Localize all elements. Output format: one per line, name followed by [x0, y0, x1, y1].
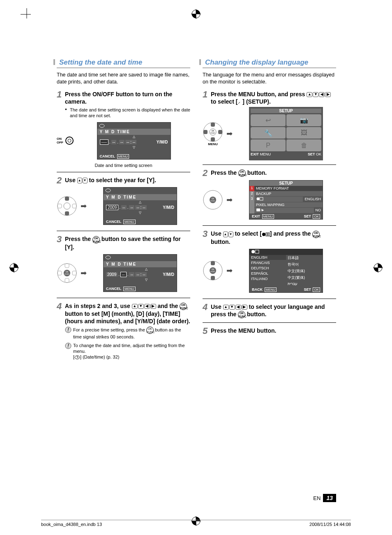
ok-func-button-icon: OKFUNC: [146, 327, 154, 334]
info-icon: !: [65, 327, 71, 333]
svg-rect-22: [72, 204, 76, 208]
language-icon: [256, 197, 263, 201]
step-number: 5: [203, 325, 208, 337]
step-4: 4 As in steps 2 and 3, use ▲▼◀▶ and the …: [57, 302, 190, 360]
up-down-buttons-icon: ▲▼: [223, 232, 233, 237]
step-text: Press the OKFUNC button to save the sett…: [65, 236, 181, 250]
svg-point-18: [64, 203, 70, 209]
svg-text:FUNC: FUNC: [210, 271, 215, 273]
power-button-icon: ONOFF: [57, 136, 74, 145]
svg-text:FUNC: FUNC: [65, 273, 69, 275]
step-number: 4: [57, 301, 62, 313]
svg-rect-19: [65, 197, 69, 201]
ok-func-button-icon: OKFUNC: [238, 311, 245, 318]
svg-point-14: [66, 137, 73, 144]
section-heading: Setting the date and time: [57, 58, 190, 68]
svg-rect-28: [65, 264, 69, 268]
step-number: 1: [203, 89, 208, 101]
clock-icon: [74, 355, 80, 359]
section-heading: Changing the display language: [203, 58, 336, 68]
lcd-screen-2: Y M D TIME △ 2009. --. -- -- : -- Y/M/D …: [103, 187, 177, 225]
step-note: The date and time setting screen is disp…: [57, 107, 190, 119]
step-number: 4: [203, 301, 208, 313]
dpad-icon: OKFUNC: [57, 263, 77, 283]
arrow-right-icon: ➡: [81, 201, 87, 211]
menu-label: MENU: [203, 142, 223, 146]
arrow-buttons-icon: ▲▼◀▶: [307, 92, 331, 97]
svg-text:!: !: [67, 327, 69, 333]
svg-rect-44: [211, 123, 215, 127]
page-number: EN 13: [313, 494, 336, 502]
intro-text: The language for the menu and error mess…: [203, 72, 336, 86]
info-icon: !: [65, 343, 71, 349]
setup-menu-screen: SETUP ↩ 📷 🔧 🖼 P 🗑 EXIT MENUSET OK: [249, 107, 323, 160]
arrow-right-icon: ➡: [226, 129, 233, 138]
crop-mark-left-icon: [8, 262, 20, 273]
step-text: Press the OKFUNC button.: [211, 169, 267, 176]
setup-item-icon: 🖼: [286, 127, 321, 139]
svg-point-56: [262, 233, 265, 236]
step-number: 3: [203, 228, 208, 240]
dpad-icon: OKFUNC: [203, 122, 223, 142]
svg-rect-54: [256, 208, 260, 211]
svg-text:FUNC: FUNC: [210, 132, 215, 134]
right-column: Changing the display language The langua…: [203, 58, 336, 364]
svg-rect-68: [255, 250, 259, 253]
clock-icon: [99, 124, 105, 128]
left-column: Setting the date and time The date and t…: [57, 58, 190, 364]
step-text: As in steps 2 and 3, use ▲▼◀▶ and the OK…: [65, 303, 190, 324]
svg-rect-65: [211, 261, 215, 265]
svg-rect-66: [211, 276, 215, 280]
dpad-icon: OKFUNC: [203, 190, 223, 210]
step-number: 2: [203, 167, 208, 179]
arrow-buttons-icon: ▲▼◀▶: [132, 304, 156, 309]
svg-rect-46: [203, 130, 208, 134]
step-number: 1: [57, 89, 62, 101]
svg-text:FUNC: FUNC: [210, 200, 215, 202]
setup-item-icon: 🗑: [286, 139, 321, 151]
language-icon: [251, 250, 259, 254]
step-r5: 5 Press the MENU button.: [203, 327, 336, 334]
svg-point-32: [106, 256, 111, 259]
tip-1: ! For a precise time setting, press the …: [57, 327, 190, 340]
footer-file: book_oima_d4388_en.indb 13: [41, 522, 102, 527]
step-text: Use ▲▼◀▶ to select your language and pre…: [211, 303, 325, 317]
wrench-icon: [238, 100, 242, 104]
svg-point-52: [257, 197, 260, 200]
step-text: Press the ON/OFF button to turn on the c…: [65, 91, 172, 105]
svg-rect-53: [260, 197, 263, 200]
dpad-icon: [57, 196, 77, 216]
step-r2: 2 Press the OKFUNC button. OKFUNC ➡ SETU…: [203, 169, 336, 221]
svg-rect-21: [58, 204, 62, 208]
language-icon: [262, 232, 270, 237]
arrow-buttons-icon: ▲▼◀▶: [223, 305, 247, 310]
crop-mark-right-icon: [372, 262, 384, 273]
arrow-right-icon: ➡: [226, 266, 233, 275]
step-number: 3: [57, 234, 62, 245]
svg-text:/▶: /▶: [261, 208, 264, 211]
setup-item-icon: ↩: [251, 114, 286, 126]
svg-rect-29: [65, 278, 69, 283]
camera-play-icon: /▶: [256, 208, 265, 212]
svg-point-15: [68, 139, 71, 142]
tip-2: ! To change the date and time, adjust th…: [57, 343, 190, 360]
section-heading-text: Changing the display language: [205, 58, 308, 66]
svg-point-67: [251, 250, 255, 253]
setup-item-icon: 🔧: [251, 127, 286, 139]
up-down-buttons-icon: ▲▼: [77, 178, 88, 183]
footer-metadata: book_oima_d4388_en.indb 13 2008/11/25 14…: [41, 520, 351, 527]
crop-corner-icon: [21, 8, 33, 21]
step-text: Use ▲▼ to select [] and press the OKFUNC…: [211, 230, 320, 245]
step-r3: 3 Use ▲▼ to select [] and press the OKFU…: [203, 230, 336, 294]
intro-text: The date and time set here are saved to …: [57, 72, 190, 86]
svg-rect-31: [72, 271, 76, 275]
footer-timestamp: 2008/11/25 14:44:08: [309, 522, 351, 527]
svg-rect-45: [211, 137, 215, 141]
dpad-icon: OKFUNC: [203, 260, 223, 281]
step-text: Use ▲▼ to select the year for [Y].: [65, 177, 156, 183]
manual-page: Setting the date and time The date and t…: [0, 0, 392, 535]
lcd-screen-1: Y M D TIME △ ----. --. -- -- : -- Y/M/D …: [97, 122, 171, 160]
arrow-right-icon: ➡: [226, 195, 233, 204]
setup-item-icon: 📷: [286, 114, 321, 126]
svg-rect-20: [65, 211, 69, 215]
